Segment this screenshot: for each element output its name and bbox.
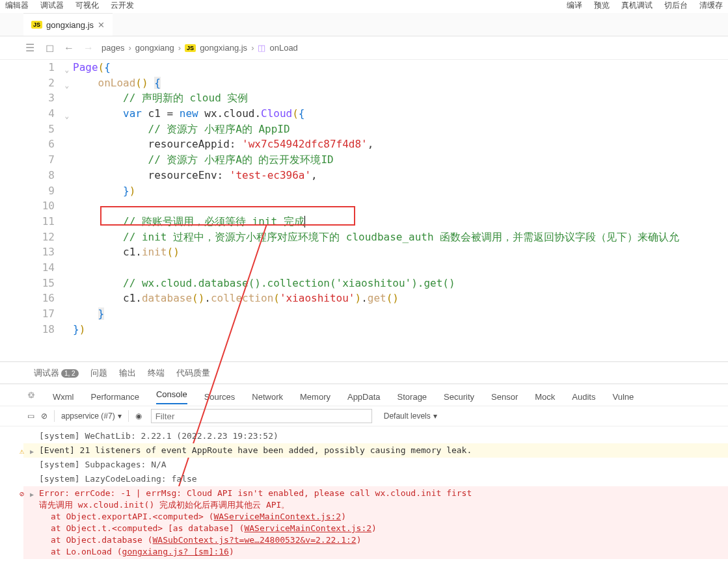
devtools-tab[interactable]: Wxml <box>53 388 74 402</box>
menu-item[interactable]: 可视化 <box>75 0 99 11</box>
breadcrumb-item[interactable]: gongxiang.js <box>200 43 247 53</box>
filter-input[interactable] <box>151 409 372 423</box>
console-output[interactable]: [system] WeChatLib: 2.22.1 (2022.2.23 19… <box>0 426 728 559</box>
menu-item[interactable]: 真机调试 <box>621 0 653 11</box>
chevron-down-icon: ▾ <box>118 411 122 421</box>
stack-link[interactable]: WAServiceMainContext.js:2 <box>244 523 371 533</box>
panel-tabs: 调试器1, 2问题输出终端代码质量 <box>0 361 728 384</box>
panel-tab[interactable]: 终端 <box>148 368 165 378</box>
breadcrumb-item[interactable]: gongxiang <box>135 43 174 53</box>
devtools-tab[interactable]: Mock <box>535 388 555 402</box>
devtools-tab[interactable]: Console <box>156 385 187 404</box>
panel-tab[interactable]: 问题 <box>90 368 107 378</box>
context-label: appservice (#7) <box>61 411 115 421</box>
devtools-tab[interactable]: Storage <box>398 388 427 402</box>
devtools-tab[interactable]: Audits <box>572 388 595 402</box>
annotation-box <box>100 206 355 226</box>
menu-item[interactable]: 编译 <box>567 0 582 11</box>
bookmark-icon[interactable]: ◻ <box>43 42 56 54</box>
file-tab-bar: JS gongxiang.js ✕ <box>0 13 728 36</box>
method-icon: ◫ <box>258 43 265 53</box>
devtools-tab[interactable]: Network <box>252 388 283 402</box>
console-row: [system] LazyCodeLoading: false <box>23 472 728 486</box>
console-row: [system] WeChatLib: 2.22.1 (2022.2.23 19… <box>23 429 728 443</box>
clear-console-icon[interactable]: ⊘ <box>41 411 47 421</box>
breadcrumb[interactable]: pages› gongxiang› JS gongxiang.js› ◫ onL… <box>101 43 298 53</box>
inspect-icon[interactable]: ⯐ <box>27 390 36 400</box>
top-menu-bar: 编辑器调试器可视化云开发 编译预览真机调试切后台清缓存 <box>0 0 728 13</box>
devtools-tab[interactable]: Sources <box>204 388 236 402</box>
editor-toolbar: ☰ ◻ ← → pages› gongxiang› JS gongxiang.j… <box>0 36 728 60</box>
forward-icon[interactable]: → <box>82 42 95 54</box>
panel-tab[interactable]: 代码质量 <box>176 368 210 378</box>
panel-tab[interactable]: 调试器1, 2 <box>34 368 79 378</box>
devtools-tab[interactable]: Sensor <box>491 388 518 402</box>
code-editor[interactable]: ⌄1⌄23⌄456789101112131415161718 Page({ on… <box>0 60 728 337</box>
devtools-tab[interactable]: Memory <box>300 388 330 402</box>
devtools-tab[interactable]: Security <box>444 388 474 402</box>
console-row: [system] Subpackages: N/A <box>23 458 728 472</box>
context-selector[interactable]: appservice (#7) ▾ <box>61 411 122 421</box>
play-icon[interactable]: ▭ <box>27 411 34 421</box>
console-row: ⚠▶[Event] 21 listeners of event AppRoute… <box>23 443 728 458</box>
devtools-tab[interactable]: Performance <box>91 388 139 402</box>
devtools-tab[interactable]: AppData <box>347 388 381 402</box>
console-toolbar: ▭ ⊘ appservice (#7) ▾ ◉ Default levels ▾ <box>0 406 728 426</box>
back-icon[interactable]: ← <box>62 42 75 54</box>
menu-item[interactable]: 清缓存 <box>699 0 723 11</box>
menu-item[interactable]: 切后台 <box>664 0 688 11</box>
eye-icon[interactable]: ◉ <box>135 411 142 421</box>
stack-link[interactable]: gongxiang.js? [sm]:16 <box>122 547 229 556</box>
menu-item[interactable]: 云开发 <box>111 0 134 11</box>
breadcrumb-item[interactable]: pages <box>101 43 124 53</box>
line-number-gutter: ⌄1⌄23⌄456789101112131415161718 <box>0 60 73 337</box>
menu-item[interactable]: 预览 <box>594 0 610 11</box>
breadcrumb-item[interactable]: onLoad <box>269 43 297 53</box>
file-tab-label: gongxiang.js <box>46 20 94 30</box>
list-icon[interactable]: ☰ <box>23 42 36 54</box>
chevron-down-icon: ▾ <box>433 411 437 421</box>
levels-label: Default levels <box>384 411 431 421</box>
file-tab-gongxiang[interactable]: JS gongxiang.js ✕ <box>23 13 113 36</box>
devtools-tab[interactable]: Vulne <box>612 388 634 402</box>
panel-tab[interactable]: 输出 <box>119 368 136 378</box>
stack-link[interactable]: WAServiceMainContext.js:2 <box>213 512 341 521</box>
console-error: ⊘▶Error: errCode: -1 | errMsg: Cloud API… <box>23 486 728 559</box>
menu-item[interactable]: 调试器 <box>40 0 64 11</box>
code-area[interactable]: Page({ onLoad() { // 声明新的 cloud 实例 var c… <box>73 60 679 337</box>
menu-item[interactable]: 编辑器 <box>5 0 29 11</box>
log-levels-selector[interactable]: Default levels ▾ <box>384 411 437 421</box>
js-file-icon: JS <box>31 21 42 29</box>
devtools-tabs: ⯐ WxmlPerformanceConsoleSourcesNetworkMe… <box>0 384 728 406</box>
close-icon[interactable]: ✕ <box>98 20 105 30</box>
js-file-icon: JS <box>185 44 196 52</box>
stack-link[interactable]: WASubContext.js?t=we…24800532&v=2.22.1:2 <box>153 535 357 545</box>
